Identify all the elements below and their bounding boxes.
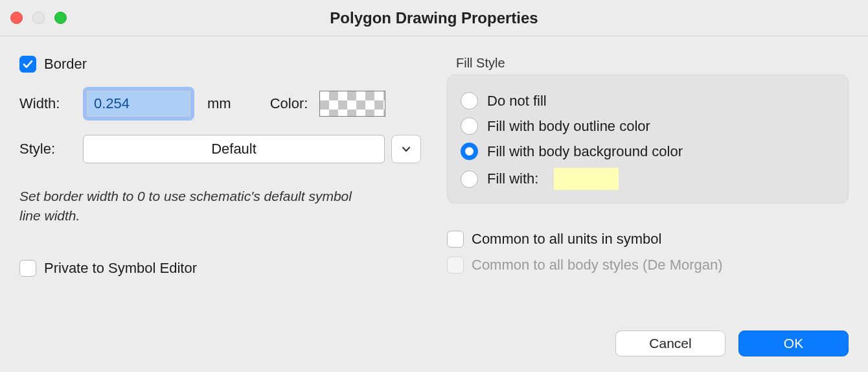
cancel-button-label: Cancel: [649, 336, 691, 351]
fill-background-label: Fill with body background color: [487, 143, 683, 160]
border-help-text: Set border width to 0 to use schematic's…: [19, 187, 376, 226]
width-field-wrap: [83, 87, 194, 121]
style-dropdown-button[interactable]: [391, 135, 421, 163]
style-label: Style:: [19, 141, 71, 157]
traffic-lights: [10, 12, 67, 24]
fill-none-label: Do not fill: [487, 93, 547, 110]
common-demorgan-label: Common to all body styles (De Morgan): [472, 257, 723, 273]
cancel-button[interactable]: Cancel: [615, 331, 725, 356]
close-icon[interactable]: [10, 12, 23, 24]
chevron-down-icon: [401, 144, 411, 154]
color-label: Color:: [270, 95, 308, 112]
width-label: Width:: [19, 95, 71, 112]
window-title: Polygon Drawing Properties: [0, 9, 868, 27]
dialog-footer: Cancel OK: [615, 331, 849, 356]
ok-button[interactable]: OK: [738, 331, 849, 356]
fill-outline-label: Fill with body outline color: [487, 118, 650, 135]
style-select[interactable]: Default: [83, 135, 385, 163]
fill-background-radio[interactable]: [461, 143, 478, 160]
border-checkbox-label: Border: [44, 56, 87, 73]
minimize-icon: [32, 12, 45, 24]
border-checkbox[interactable]: [19, 56, 36, 73]
ok-button-label: OK: [784, 336, 803, 351]
common-units-checkbox[interactable]: [447, 231, 464, 248]
border-checkbox-row: Border: [19, 56, 421, 73]
color-swatch[interactable]: [319, 91, 385, 117]
private-checkbox[interactable]: [19, 260, 36, 277]
fill-custom-radio[interactable]: [461, 170, 478, 188]
private-checkbox-label: Private to Symbol Editor: [44, 260, 197, 277]
fill-custom-swatch[interactable]: [554, 168, 619, 190]
width-input[interactable]: [87, 91, 190, 117]
private-checkbox-row: Private to Symbol Editor: [19, 260, 421, 277]
fill-outline-radio[interactable]: [461, 117, 478, 135]
fill-style-group: Fill Style Do not fill Fill with body ou…: [447, 56, 849, 203]
fill-custom-label: Fill with:: [487, 170, 538, 187]
width-unit: mm: [207, 95, 231, 112]
fill-style-title: Fill Style: [456, 56, 849, 71]
window-titlebar: Polygon Drawing Properties: [0, 0, 868, 36]
style-select-value: Default: [211, 141, 257, 157]
common-units-label: Common to all units in symbol: [472, 231, 661, 248]
fill-none-radio[interactable]: [461, 92, 478, 110]
common-demorgan-checkbox: [447, 257, 464, 273]
zoom-icon[interactable]: [54, 12, 67, 24]
